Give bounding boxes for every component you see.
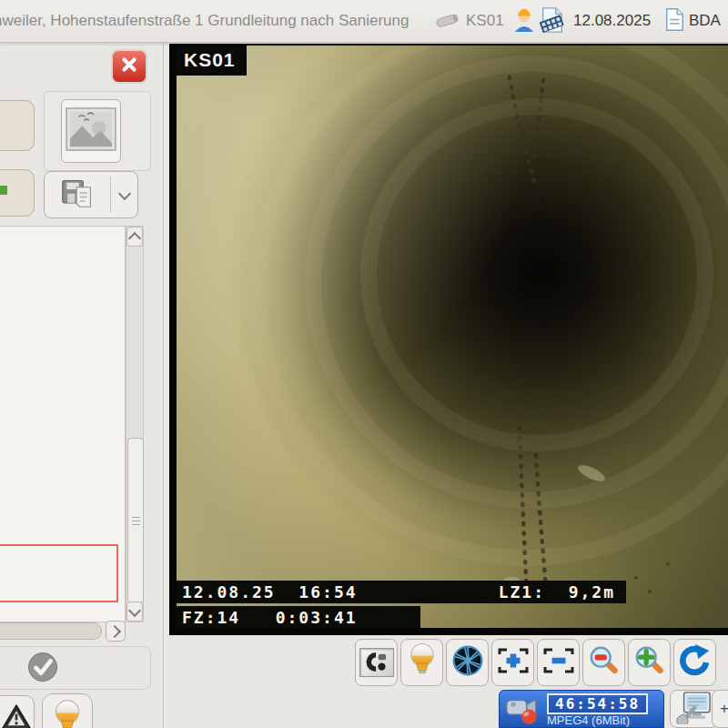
video-report-icon	[539, 6, 566, 34]
save-options-dropdown[interactable]	[111, 172, 137, 217]
horizontal-scrollbar[interactable]	[0, 622, 102, 640]
inspection-app-window: nweiler, Hohenstaufenstraße 1 Grundleitu…	[0, 0, 728, 728]
iris-icon	[452, 645, 483, 680]
close-icon	[119, 55, 139, 78]
focus-minus-icon	[542, 646, 575, 679]
lamp-icon	[408, 642, 437, 682]
doc-type-label: BDA	[689, 12, 721, 30]
vertical-scroll-thumb[interactable]	[127, 438, 144, 603]
node-label: KS01	[466, 12, 504, 30]
pipe-video-frame: KS01 12.08.25 16:54 LZ1: 9,2m FZ:14 0:03…	[177, 46, 728, 628]
thumb-grip-icon	[132, 517, 140, 525]
focus-near-button[interactable]	[491, 639, 534, 686]
camera-view-button[interactable]	[355, 639, 398, 686]
zoom-in-icon	[633, 644, 666, 681]
title-bar: nweiler, Hohenstaufenstraße 1 Grundleitu…	[0, 0, 728, 43]
save-report-split-button	[44, 171, 138, 218]
left-panel	[0, 42, 164, 728]
reset-view-button[interactable]	[673, 639, 716, 686]
iris-button[interactable]	[446, 639, 489, 686]
inspection-date: 12.08.2025	[573, 12, 651, 30]
lamp-icon	[52, 699, 83, 728]
panel-lamp-button[interactable]	[42, 693, 93, 728]
chevron-down-icon	[128, 603, 141, 616]
document-icon	[665, 7, 684, 32]
vertical-scrollbar[interactable]	[126, 226, 144, 622]
camera-view-icon	[359, 648, 394, 677]
lamp-button[interactable]	[400, 639, 443, 686]
cut-right-button[interactable]: +0	[712, 690, 728, 728]
osd-datetime: 12.08.25 16:54	[182, 582, 358, 602]
required-field-highlight[interactable]	[0, 544, 118, 602]
scroll-right-button[interactable]	[106, 621, 126, 642]
save-report-icon	[60, 177, 95, 213]
pipe-joint-seam	[177, 46, 728, 628]
chevron-up-icon	[128, 232, 141, 245]
operator-icon	[513, 7, 535, 33]
osd-bar-top: 12.08.25 16:54 LZ1: 9,2m	[177, 581, 626, 603]
warning-icon	[1, 703, 32, 728]
camera-video-view: KS01 12.08.25 16:54 LZ1: 9,2m FZ:14 0:03…	[169, 44, 728, 635]
save-report-button[interactable]	[45, 172, 110, 217]
green-status-mark	[0, 186, 7, 195]
confirm-group-frame	[0, 646, 151, 690]
pipe-section-icon	[434, 13, 461, 29]
camera-control-strip: 46:54:58 MPEG4 (6MBit) +0	[169, 635, 728, 728]
picture-icon	[66, 107, 116, 155]
recording-camera-icon	[505, 694, 543, 728]
focus-plus-icon	[497, 646, 530, 679]
snapshot-button[interactable]	[61, 99, 121, 163]
monitor-wrench-icon	[676, 690, 713, 728]
partial-button-label: +0	[720, 700, 728, 718]
osd-bar-bottom: FZ:14 0:03:41	[177, 606, 420, 628]
scroll-down-button[interactable]	[126, 602, 143, 622]
recording-format: MPEG4 (6MBit)	[547, 713, 630, 727]
image-group-frame	[44, 91, 151, 171]
camera-label: KS01	[177, 46, 247, 76]
rotate-arrow-icon	[678, 643, 713, 682]
zoom-out-icon	[588, 644, 621, 681]
focus-far-button[interactable]	[537, 639, 580, 686]
close-button[interactable]	[111, 49, 147, 84]
chevron-right-icon	[107, 624, 120, 637]
camera-toolbar	[355, 639, 716, 686]
warning-button[interactable]	[0, 695, 35, 728]
zoom-in-button[interactable]	[628, 639, 671, 686]
scroll-up-button[interactable]	[126, 227, 143, 247]
confirm-button[interactable]	[26, 651, 59, 687]
osd-distance: LZ1: 9,2m	[499, 582, 615, 602]
osd-counter: FZ:14 0:03:41	[182, 608, 358, 627]
recording-time: 46:54:58	[547, 693, 648, 714]
cut-left-button-1[interactable]	[0, 100, 35, 151]
zoom-out-button[interactable]	[582, 639, 625, 686]
recording-status-panel: 46:54:58 MPEG4 (6MBit)	[499, 690, 664, 728]
check-icon	[26, 671, 59, 686]
chevron-down-icon	[117, 187, 130, 199]
project-title: nweiler, Hohenstaufenstraße 1 Grundleitu…	[0, 12, 409, 30]
